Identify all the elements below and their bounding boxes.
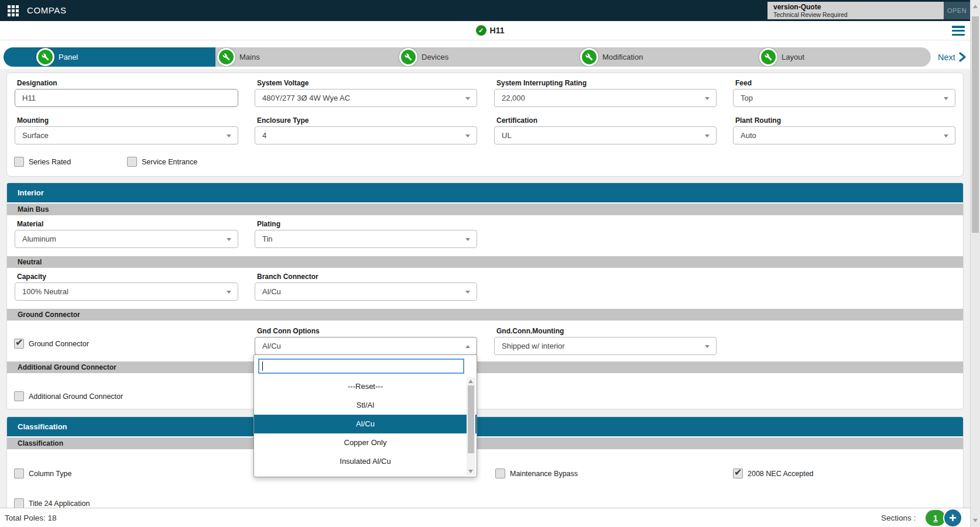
classification-section-header: Classification [7,417,963,436]
tab-mains[interactable]: Mains [217,47,260,67]
open-button[interactable]: OPEN [944,2,970,19]
ground-connector-checkbox[interactable]: Ground Connector [14,339,89,349]
service-entrance-checkbox[interactable]: Service Entrance [127,157,197,167]
dropdown-option[interactable]: Al/Cu [254,415,477,433]
column-type-checkbox[interactable]: Column Type [14,469,71,478]
maintenance-bypass-checkbox[interactable]: Maintenance Bypass [495,469,578,478]
checkbox[interactable] [14,469,24,478]
chevron-down-icon [705,135,710,137]
tab-modification[interactable]: Modification [580,47,643,67]
item-title-label: H11 [490,26,505,35]
scroll-up-icon[interactable] [468,380,473,383]
field-label: Mounting [17,116,49,125]
check-icon: ✓ [476,25,486,36]
panel-form-card: Designation H11 System Voltage 480Y/277 … [6,73,964,177]
interrupting-rating-select[interactable]: 22,000 [494,89,717,107]
scroll-down-icon[interactable] [973,519,978,522]
scrollbar-thumb[interactable] [468,385,474,453]
wrench-icon [217,48,235,66]
field-label: Designation [17,79,57,87]
gnd-conn-options-dropdown: ---Reset--- Stl/Al Al/Cu Copper Only Ins… [253,354,477,477]
mounting-select[interactable]: Surface [15,126,238,144]
version-banner: version-Quote Technical Review Required [767,2,944,19]
item-title: ✓ H11 [0,21,980,40]
designation-input[interactable]: H11 [15,89,238,107]
version-label: version-Quote [773,3,944,11]
dropdown-option[interactable]: ---Reset--- [254,377,477,396]
scroll-up-icon[interactable] [973,5,978,8]
chevron-right-icon [958,51,967,63]
field-label: Branch Connector [257,273,318,281]
tab-layout-label: Layout [782,53,804,61]
text-caret [262,361,263,371]
enclosure-type-select[interactable]: 4 [255,126,477,144]
dropdown-option[interactable]: Copper Only [254,433,477,452]
branch-connector-select[interactable]: Al/Cu [255,283,477,301]
capacity-select[interactable]: 100% Neutral [15,283,238,301]
scroll-down-icon[interactable] [468,470,473,473]
system-voltage-select[interactable]: 480Y/277 3Ø 4W Wye AC [255,89,477,107]
nec-accepted-checkbox[interactable]: 2008 NEC Accepted [733,469,814,478]
tab-layout[interactable]: Layout [759,47,804,67]
tab-panel[interactable]: Panel [36,47,78,67]
checkbox[interactable] [495,469,505,478]
checkbox[interactable] [14,157,24,167]
tab-modification-label: Modification [602,53,643,61]
series-rated-checkbox[interactable]: Series Rated [14,157,71,167]
next-button[interactable]: Next [938,51,967,63]
chevron-down-icon [465,97,470,100]
dropdown-option[interactable]: Insulated Al/Cu [254,452,477,471]
checkbox[interactable] [14,391,24,401]
gnd-conn-options-select[interactable]: Al/Cu [255,337,477,355]
tab-devices[interactable]: Devices [399,47,448,67]
dropdown-option[interactable]: Insulated Copper only [254,471,477,477]
checkbox[interactable] [127,157,137,167]
gnd-conn-mounting-select[interactable]: Shipped w/ interior [494,337,717,355]
item-title-strip: ✓ H11 [0,21,980,40]
feed-select[interactable]: Top [733,89,955,107]
dropdown-scrollbar[interactable] [467,377,475,476]
chevron-down-icon [227,135,231,137]
additional-ground-subheader: Additional Ground Connector [7,361,963,373]
chevron-down-icon [705,345,710,348]
additional-ground-checkbox[interactable]: Additional Ground Connector [14,391,123,401]
plant-routing-select[interactable]: Auto [733,126,955,144]
field-label: System Voltage [257,79,309,87]
scrollbar-thumb[interactable] [972,16,979,233]
wrench-icon [759,48,777,66]
checkbox[interactable] [14,339,24,349]
compas-window: COMPAS version-Quote Technical Review Re… [0,0,980,527]
checkbox[interactable] [733,469,743,478]
wrench-icon [580,48,598,66]
field-label: System Interrupting Rating [496,79,587,87]
material-select[interactable]: Aluminum [15,230,238,248]
plating-select[interactable]: Tin [255,230,477,248]
field-label: Material [17,220,43,228]
field-label: Capacity [17,273,46,281]
menu-icon[interactable] [952,26,966,36]
chevron-down-icon [465,135,470,137]
version-status: Technical Review Required [773,11,944,18]
add-section-button[interactable]: + [944,509,961,526]
certification-select[interactable]: UL [494,126,717,144]
dropdown-option[interactable]: Stl/Al [254,396,477,415]
chevron-down-icon [465,291,470,294]
app-grid-icon[interactable] [8,5,19,16]
active-tab-highlight [4,47,215,67]
tab-panel-label: Panel [59,53,78,61]
app-title: COMPAS [27,5,67,15]
dropdown-options-list: ---Reset--- Stl/Al Al/Cu Copper Only Ins… [254,377,477,477]
chevron-down-icon [944,97,948,100]
sections-count-badge[interactable]: 1 [926,510,945,526]
field-label: Gnd.Conn.Mounting [496,327,564,335]
tab-devices-label: Devices [422,53,448,61]
wrench-icon [399,48,417,66]
window-scrollbar[interactable] [970,0,980,527]
field-label: Plant Routing [735,116,781,125]
chevron-down-icon [227,238,231,241]
dropdown-search-input[interactable] [258,359,464,374]
interior-section-header: Interior [7,183,963,202]
checkbox[interactable] [14,498,24,508]
title-24-checkbox[interactable]: Title 24 Application [14,498,90,508]
total-poles-label: Total Poles: 18 [5,514,57,522]
